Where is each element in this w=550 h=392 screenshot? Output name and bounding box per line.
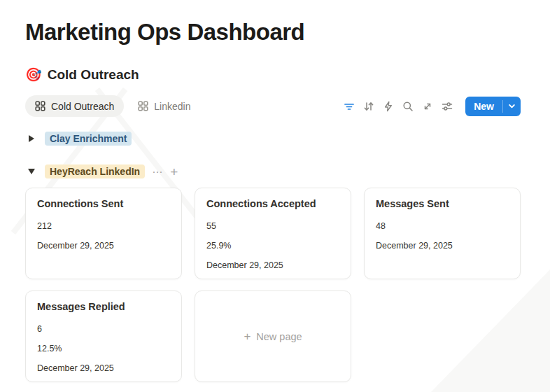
- group-row-clay-enrichment: Clay Enrichment: [25, 132, 521, 146]
- more-options-icon[interactable]: ⋯: [152, 166, 163, 178]
- card-connections-sent[interactable]: Connections Sent 212 December 29, 2025: [25, 188, 182, 279]
- sort-icon[interactable]: [363, 101, 374, 112]
- new-button-dropdown[interactable]: [503, 97, 521, 116]
- card-title: Connections Accepted: [206, 198, 339, 209]
- search-icon[interactable]: [402, 101, 414, 112]
- group-label-heyreach-linkedin[interactable]: HeyReach LinkedIn: [45, 164, 145, 178]
- card-messages-sent[interactable]: Messages Sent 48 December 29, 2025: [364, 188, 521, 279]
- new-page-card[interactable]: + New page: [195, 290, 351, 382]
- view-tabs: Cold Outreach Linkedin: [25, 95, 195, 117]
- card-percentage: 12.5%: [37, 344, 170, 354]
- view-bar: Cold Outreach Linkedin: [25, 95, 521, 117]
- card-title: Messages Replied: [37, 301, 170, 312]
- target-emoji-icon: 🎯: [25, 66, 42, 83]
- new-page-label: New page: [256, 331, 302, 342]
- card-value: 212: [37, 221, 170, 231]
- group-row-heyreach-linkedin: HeyReach LinkedIn ⋯ +: [25, 164, 521, 178]
- tab-label: Linkedin: [154, 101, 190, 112]
- card-percentage: 25.9%: [206, 241, 339, 251]
- card-connections-accepted[interactable]: Connections Accepted 55 25.9% December 2…: [195, 188, 351, 279]
- group-label-clay-enrichment[interactable]: Clay Enrichment: [45, 132, 132, 146]
- card-date: December 29, 2025: [37, 241, 170, 251]
- new-button[interactable]: New: [465, 97, 521, 116]
- new-page-inner: + New page: [244, 330, 302, 342]
- grid-view-icon: [138, 101, 148, 111]
- plus-icon: +: [244, 330, 251, 342]
- card-date: December 29, 2025: [206, 260, 339, 270]
- chevron-down-icon: [508, 102, 516, 110]
- grid-view-icon: [35, 101, 45, 111]
- section-heading: 🎯 Cold Outreach: [25, 66, 521, 83]
- tab-label: Cold Outreach: [51, 101, 114, 112]
- card-value: 55: [206, 221, 339, 231]
- sliders-icon[interactable]: [442, 101, 453, 112]
- card-value: 6: [37, 324, 170, 334]
- add-item-icon[interactable]: +: [170, 166, 178, 178]
- tab-cold-outreach[interactable]: Cold Outreach: [25, 95, 124, 117]
- card-date: December 29, 2025: [376, 241, 509, 251]
- new-button-label[interactable]: New: [465, 97, 502, 116]
- expand-icon[interactable]: [422, 101, 433, 112]
- toggle-expanded-icon[interactable]: [25, 165, 38, 178]
- tab-linkedin[interactable]: Linkedin: [134, 95, 195, 117]
- metrics-grid: Connections Sent 212 December 29, 2025 C…: [25, 188, 521, 382]
- page: Marketing Ops Dashboard 🎯 Cold Outreach …: [0, 0, 550, 382]
- card-date: December 29, 2025: [37, 363, 170, 373]
- card-messages-replied[interactable]: Messages Replied 6 12.5% December 29, 20…: [25, 290, 182, 382]
- zap-icon[interactable]: [383, 101, 394, 112]
- card-title: Connections Sent: [37, 198, 170, 209]
- card-value: 48: [376, 221, 509, 231]
- toggle-collapsed-icon[interactable]: [25, 132, 38, 145]
- card-title: Messages Sent: [376, 198, 509, 209]
- section-title: Cold Outreach: [48, 67, 139, 83]
- page-title: Marketing Ops Dashboard: [25, 18, 521, 46]
- filter-icon[interactable]: [344, 101, 355, 112]
- toolbar: New: [344, 97, 521, 116]
